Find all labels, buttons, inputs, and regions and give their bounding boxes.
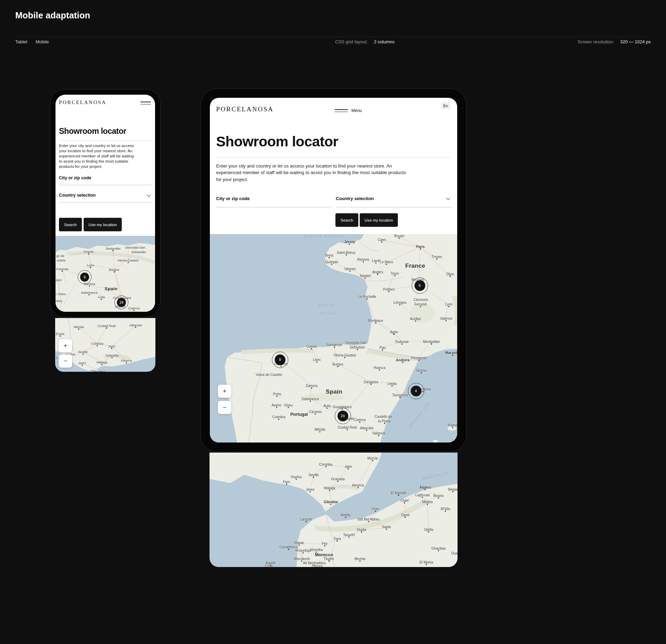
artboard: Mobile adaptation Tablet Mobile CSS grid… [0, 0, 666, 644]
map-label: Aurillac [410, 317, 421, 321]
map-label: Quimper [325, 260, 338, 264]
tablet-map[interactable]: English ChannelRouenCaenJerseyParisSaint… [210, 234, 457, 443]
map-label: o Viseu [56, 292, 66, 296]
hamburger-menu-icon [335, 109, 348, 112]
phone-map[interactable]: go deostelaOviedoSantanderDonostia-SanSe… [56, 236, 155, 312]
map-label: Agen [390, 330, 398, 334]
map-label: León [313, 358, 321, 362]
map-label: Jaén [344, 465, 352, 469]
zoom-in-button[interactable]: + [218, 385, 231, 398]
map-label: Bejaia [448, 488, 458, 491]
map-label: Córdoba [91, 342, 103, 345]
map-label: Clermont- [413, 298, 429, 302]
zoom-out-button[interactable]: − [218, 401, 231, 414]
heading-divider [216, 157, 451, 158]
map-label: Toulouse [395, 340, 409, 344]
map-label: Seville [78, 350, 88, 354]
brand-logo: PORCELANOSA [216, 105, 274, 113]
city-input[interactable]: City or zip code [216, 196, 250, 201]
country-select[interactable]: Country selection [59, 193, 96, 198]
map-label: Poitiers [383, 287, 394, 291]
map-label: Brest [325, 254, 333, 257]
chevron-down-icon[interactable] [147, 193, 151, 197]
map-label: France [405, 263, 425, 269]
search-button[interactable]: Search [59, 218, 82, 231]
map-label: Girona [416, 369, 426, 372]
map-label: Pau [379, 346, 386, 350]
search-button[interactable]: Search [335, 213, 358, 227]
map-label: Salamanca [301, 397, 319, 401]
map-label: Donostia-San [345, 341, 367, 345]
map-label: Laval [372, 259, 380, 263]
map-label: Murcia [367, 456, 378, 460]
country-select-underline [59, 202, 152, 203]
map-label: Sidi Bel Abbes [357, 517, 380, 521]
map-label: Rouen [394, 234, 404, 238]
language-button[interactable]: En [441, 102, 450, 109]
device-tabs: Tablet Mobile [15, 39, 49, 44]
map-label: Cuenca [128, 306, 140, 310]
map-label: Sebastián [131, 250, 146, 254]
cluster-marker[interactable]: 4 [408, 383, 424, 399]
country-select[interactable]: Country selection [336, 196, 374, 201]
map-label: Oviedo [306, 345, 317, 349]
map-label: Bechar [355, 557, 366, 561]
use-my-location-button[interactable]: Use my location [360, 213, 398, 227]
cluster-marker[interactable]: 9 [78, 270, 92, 284]
cluster-marker[interactable]: 24 [114, 295, 128, 309]
map-label: Saida [382, 525, 391, 529]
map-label: Granada [331, 477, 345, 481]
map-label: Oviedo [83, 250, 94, 254]
tablet-overflow-map[interactable]: MurciaCórdobaJaénMediterranSevilleHuelva… [210, 453, 458, 567]
map-label: Spain [326, 388, 342, 395]
intro-text: Enter your city and country or let us ac… [216, 163, 411, 183]
zoom-in-button[interactable]: + [59, 339, 72, 352]
map-label: Larache [300, 517, 312, 521]
map-label: la Plana [378, 419, 391, 423]
map-label: Albacete [129, 323, 142, 327]
map-label: Marseille [445, 351, 457, 355]
cluster-marker[interactable]: 9 [272, 352, 288, 368]
use-my-location-button[interactable]: Use my location [84, 218, 122, 231]
hamburger-menu-icon[interactable] [140, 102, 151, 104]
grid-label: CSS grid layout: [335, 39, 368, 44]
map-label: Tours [391, 272, 399, 275]
map-label: Bordeaux [368, 319, 383, 323]
resolution-label: Screen resolution: [578, 39, 614, 44]
map-label: Djelfa [424, 528, 433, 532]
menu-control[interactable]: Menu [335, 108, 362, 113]
map-label: Taourirt [343, 533, 355, 537]
tab-tablet[interactable]: Tablet [15, 39, 27, 44]
map-label: Ávila [98, 295, 105, 299]
map-label: mbra [56, 299, 62, 303]
map-label: Fez [322, 542, 328, 546]
map-label: Burgos [332, 362, 343, 366]
map-label: Angers [372, 270, 383, 274]
cluster-marker[interactable]: 24 [335, 408, 351, 424]
city-input[interactable]: City or zip code [59, 175, 91, 180]
map-label: Nantes [360, 274, 371, 278]
map-label: Valencia [372, 431, 385, 435]
map-label: Bay of [318, 303, 334, 307]
map-label: Melilla [341, 513, 350, 517]
map-label: stelo' [56, 278, 62, 282]
map-label: El Bayadh [391, 491, 407, 495]
map-label: Limoges [393, 301, 407, 304]
map-label: Khouribga [295, 549, 311, 552]
cluster-marker[interactable]: 6 [412, 277, 428, 294]
tablet-page-overflow: MurciaCórdobaJaénMediterranSevilleHuelva… [210, 453, 458, 567]
map-label: M'Sila [441, 507, 450, 511]
chevron-down-icon[interactable] [446, 196, 450, 200]
tab-mobile[interactable]: Mobile [36, 39, 49, 44]
map-label: Laghouat [415, 493, 430, 497]
map-label: Le Mans [380, 260, 393, 264]
map-label: Porto [273, 392, 281, 396]
map-label: Ouar [451, 551, 458, 555]
map-label: Spain [105, 286, 118, 291]
map-label: Faro [283, 480, 290, 484]
zoom-out-button[interactable]: − [59, 354, 72, 368]
map-label: Bouira [434, 494, 444, 498]
brand-logo: PORCELANOSA [59, 100, 106, 105]
map-label: Khenifra [310, 548, 323, 552]
map-label: Ciudad Real [338, 426, 357, 429]
